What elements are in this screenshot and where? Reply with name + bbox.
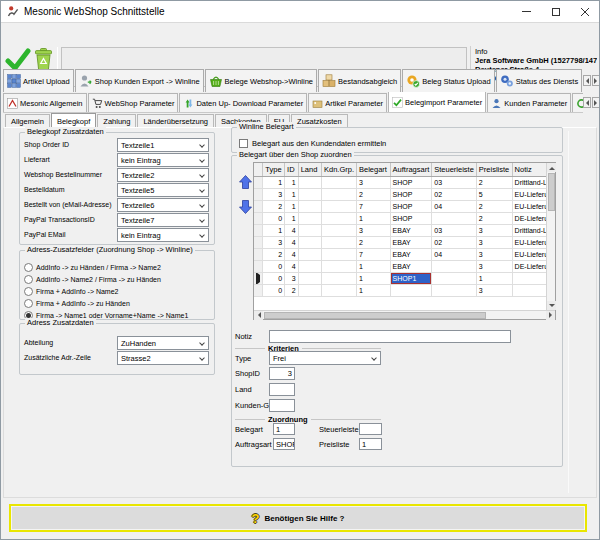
- cell-land[interactable]: [298, 248, 321, 260]
- move-down-button[interactable]: [237, 198, 253, 215]
- column-header-kdn-grp[interactable]: Kdn.Grp.: [322, 163, 357, 176]
- cell-auftragsart[interactable]: [390, 284, 432, 296]
- shop-order-id-combo[interactable]: Textzeile1: [117, 138, 209, 152]
- radio-icon[interactable]: [24, 287, 33, 296]
- vertical-scrollbar[interactable]: [546, 163, 555, 310]
- preisliste-input[interactable]: 1: [359, 438, 382, 450]
- horizontal-scrollbar[interactable]: [254, 310, 555, 319]
- cell-type[interactable]: 1: [263, 176, 285, 188]
- column-header-type[interactable]: Type: [263, 163, 285, 176]
- cell-id[interactable]: 1: [285, 212, 299, 224]
- tab-scroll-right-button[interactable]: [592, 75, 600, 86]
- column-header-land[interactable]: Land: [298, 163, 321, 176]
- cell-steuerleiste[interactable]: 04: [432, 248, 477, 260]
- cell-preisliste[interactable]: 3: [476, 224, 512, 236]
- column-header-steuerleiste[interactable]: Steuerleiste: [432, 163, 477, 176]
- tab-belegkopf[interactable]: Belegkopf: [51, 113, 96, 128]
- abteilung-combo[interactable]: ZuHanden: [117, 336, 209, 350]
- cell-belegart[interactable]: 1: [357, 284, 391, 296]
- notiz-input[interactable]: [269, 330, 511, 343]
- bestellt-von-email-adresse-combo[interactable]: Textzeile6: [117, 198, 209, 212]
- cell-id[interactable]: 1: [285, 188, 299, 200]
- cell-steuerleiste[interactable]: [432, 284, 477, 296]
- vertical-scroll-thumb[interactable]: [548, 173, 555, 211]
- cell-steuerleiste[interactable]: 02: [432, 188, 477, 200]
- cell-preisliste[interactable]: 2: [476, 200, 512, 212]
- cell-auftragsart[interactable]: EBAY: [390, 248, 432, 260]
- cell-kdn-grp[interactable]: [322, 224, 357, 236]
- cell-id[interactable]: 4: [285, 248, 299, 260]
- cell-kdn-grp[interactable]: [322, 188, 357, 200]
- cell-land[interactable]: [298, 284, 321, 296]
- cell-steuerleiste[interactable]: 02: [432, 236, 477, 248]
- kundengrp-input[interactable]: [269, 399, 295, 412]
- column-header-auftragsart[interactable]: Auftragsart: [390, 163, 432, 176]
- cell-type[interactable]: 2: [263, 248, 285, 260]
- cell-auftragsart[interactable]: SHOP: [390, 188, 432, 200]
- tab-belegimport-parameter[interactable]: Belegimport Parameter: [388, 92, 486, 112]
- cell-kdn-grp[interactable]: [322, 212, 357, 224]
- cell-type[interactable]: 0: [263, 284, 285, 296]
- tab-zahlung[interactable]: Zahlung: [97, 114, 136, 128]
- radio-icon[interactable]: [24, 263, 33, 272]
- cell-kdn-grp[interactable]: [322, 236, 357, 248]
- cell-auftragsart[interactable]: EBAY: [390, 236, 432, 248]
- cell-id[interactable]: 4: [285, 260, 299, 272]
- cell-type[interactable]: 0: [263, 260, 285, 272]
- cell-land[interactable]: [298, 188, 321, 200]
- cell-steuerleiste[interactable]: [432, 272, 477, 284]
- cell-kdn-grp[interactable]: [322, 284, 357, 296]
- row-selector[interactable]: [254, 176, 263, 188]
- cell-belegart[interactable]: 1: [357, 212, 391, 224]
- cell-preisliste[interactable]: 3: [476, 248, 512, 260]
- move-up-button[interactable]: [237, 173, 253, 190]
- cell-type[interactable]: 1: [263, 224, 285, 236]
- cell-kdn-grp[interactable]: [322, 200, 357, 212]
- cell-id[interactable]: 3: [285, 272, 299, 284]
- cell-type[interactable]: 3: [263, 236, 285, 248]
- cell-land[interactable]: [298, 212, 321, 224]
- column-header-id[interactable]: ID: [285, 163, 299, 176]
- scroll-down-icon[interactable]: [547, 301, 556, 310]
- cell-steuerleiste[interactable]: 04: [432, 200, 477, 212]
- cell-steuerleiste[interactable]: 03: [432, 176, 477, 188]
- cell-belegart[interactable]: 2: [357, 236, 391, 248]
- shopid-input[interactable]: 3: [269, 367, 295, 380]
- tab-status-des-diensts[interactable]: Status des Diensts: [496, 69, 583, 92]
- cell-id[interactable]: 4: [285, 224, 299, 236]
- bestelldatum-combo[interactable]: Textzeile5: [117, 183, 209, 197]
- tab-scroll-left-button[interactable]: [583, 97, 591, 108]
- tab-scroll-right-button[interactable]: [592, 97, 600, 108]
- paypal-email-combo[interactable]: kein Eintrag: [117, 228, 209, 242]
- row-selector[interactable]: [254, 272, 263, 284]
- close-button[interactable]: [570, 1, 599, 22]
- cell-steuerleiste[interactable]: 03: [432, 224, 477, 236]
- scroll-left-icon[interactable]: [254, 311, 263, 320]
- tab-belege-webshop-winline[interactable]: Belege Webshop->Winline: [205, 69, 317, 92]
- tab-bestandsabgleich[interactable]: Bestandsabgleich: [318, 69, 401, 92]
- zus-tzliche-adr-zeile-combo[interactable]: Strasse2: [117, 351, 209, 365]
- tab-webshop-parameter[interactable]: WebShop Parameter: [88, 93, 179, 112]
- cell-id[interactable]: 4: [285, 236, 299, 248]
- cell-auftragsart[interactable]: SHOP: [390, 212, 432, 224]
- cell-preisliste[interactable]: 2: [476, 212, 512, 224]
- paypal-transactionsid-combo[interactable]: Textzeile7: [117, 213, 209, 227]
- auftragsart-input[interactable]: SHOP1: [273, 438, 295, 450]
- cell-auftragsart[interactable]: EBAY: [390, 260, 432, 272]
- row-selector[interactable]: [254, 284, 263, 296]
- cell-preisliste[interactable]: 1: [476, 272, 512, 284]
- radio-addinfo-name2-firma-zu-h-nden[interactable]: AddInfo -> Name2 / Firma -> zu Händen: [24, 274, 161, 284]
- maximize-button[interactable]: [541, 1, 570, 22]
- cell-preisliste[interactable]: 5: [476, 188, 512, 200]
- column-header-preisliste[interactable]: Preisliste: [476, 163, 512, 176]
- cell-steuerleiste[interactable]: [432, 260, 477, 272]
- scroll-right-icon[interactable]: [546, 311, 555, 320]
- belegart-kundendaten-checkbox[interactable]: [239, 139, 248, 148]
- cell-type[interactable]: 2: [263, 200, 285, 212]
- scroll-up-icon[interactable]: [547, 163, 556, 172]
- cell-belegart[interactable]: 7: [357, 200, 391, 212]
- cell-preisliste[interactable]: 3: [476, 260, 512, 272]
- radio-firma-addinfo-zu-h-nden[interactable]: Firma + AddInfo -> zu Händen: [24, 298, 130, 308]
- cell-preisliste[interactable]: 3: [476, 284, 512, 296]
- tab-daten-up-download-parameter[interactable]: Daten Up- Download Parameter: [179, 93, 307, 112]
